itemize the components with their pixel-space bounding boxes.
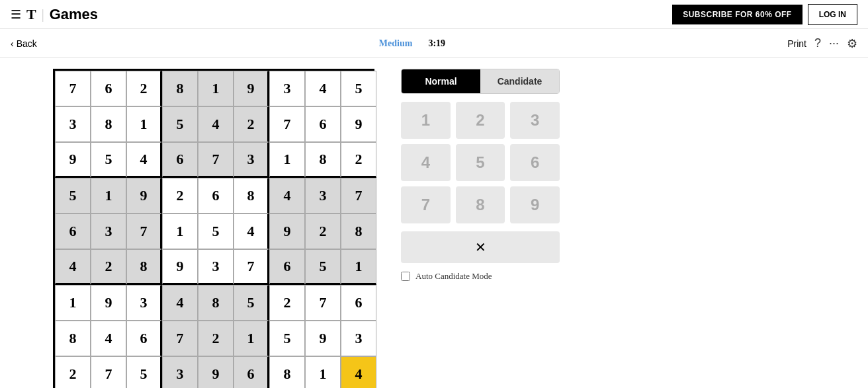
table-row[interactable]: 2 <box>55 356 91 388</box>
table-row[interactable]: 9 <box>305 321 341 356</box>
num-button-4[interactable]: 4 <box>401 144 451 181</box>
num-button-2[interactable]: 2 <box>456 102 505 139</box>
table-row[interactable]: 6 <box>126 321 162 356</box>
table-row[interactable]: 3 <box>234 142 269 178</box>
table-row[interactable]: 4 <box>198 106 234 142</box>
table-row[interactable]: 5 <box>162 106 198 142</box>
table-row[interactable]: 9 <box>198 356 234 388</box>
table-row[interactable]: 3 <box>269 71 305 106</box>
auto-candidate-label[interactable]: Auto Candidate Mode <box>401 271 560 282</box>
hamburger-icon[interactable]: ☰ <box>11 7 21 22</box>
normal-mode-button[interactable]: Normal <box>402 69 480 93</box>
erase-button[interactable]: ✕ <box>401 231 560 263</box>
table-row[interactable]: 5 <box>234 285 269 321</box>
table-row[interactable]: 1 <box>126 106 162 142</box>
table-row[interactable]: 4 <box>162 285 198 321</box>
table-row[interactable]: 1 <box>234 321 269 356</box>
table-row[interactable]: 2 <box>234 106 269 142</box>
print-button[interactable]: Print <box>787 38 806 49</box>
table-row[interactable]: 6 <box>162 142 198 178</box>
login-button[interactable]: LOG IN <box>808 4 857 25</box>
table-row[interactable]: 2 <box>126 71 162 106</box>
table-row[interactable]: 6 <box>341 285 376 321</box>
auto-candidate-checkbox[interactable] <box>401 272 410 281</box>
table-row[interactable]: 2 <box>341 142 376 178</box>
table-row[interactable]: 7 <box>305 285 341 321</box>
candidate-mode-button[interactable]: Candidate <box>480 69 559 93</box>
table-row[interactable]: 8 <box>269 356 305 388</box>
num-button-9[interactable]: 9 <box>510 186 560 223</box>
num-button-7[interactable]: 7 <box>401 186 451 223</box>
table-row[interactable]: 3 <box>162 356 198 388</box>
table-row[interactable]: 7 <box>234 249 269 285</box>
table-row[interactable]: 6 <box>269 249 305 285</box>
table-row[interactable]: 3 <box>55 106 91 142</box>
table-row[interactable]: 1 <box>305 356 341 388</box>
table-row[interactable]: 1 <box>269 142 305 178</box>
table-row[interactable]: 2 <box>269 285 305 321</box>
table-row[interactable]: 3 <box>198 249 234 285</box>
back-button[interactable]: ‹ Back <box>11 38 37 49</box>
table-row[interactable]: 7 <box>269 106 305 142</box>
table-row[interactable]: 1 <box>162 213 198 249</box>
table-row[interactable]: 3 <box>341 321 376 356</box>
table-row[interactable]: 6 <box>91 71 126 106</box>
table-row[interactable]: 6 <box>305 106 341 142</box>
table-row[interactable]: 3 <box>305 178 341 213</box>
table-row[interactable]: 4 <box>91 321 126 356</box>
table-row[interactable]: 4 <box>269 178 305 213</box>
table-row[interactable]: 9 <box>341 106 376 142</box>
table-row[interactable]: 8 <box>198 285 234 321</box>
table-row[interactable]: 8 <box>341 213 376 249</box>
table-row[interactable]: 2 <box>91 249 126 285</box>
table-row[interactable]: 4 <box>126 142 162 178</box>
num-button-1[interactable]: 1 <box>401 102 451 139</box>
subscribe-button[interactable]: SUBSCRIBE FOR 60% OFF <box>672 5 803 24</box>
table-row[interactable]: 9 <box>55 142 91 178</box>
table-row[interactable]: 7 <box>198 142 234 178</box>
table-row[interactable]: 9 <box>269 213 305 249</box>
table-row[interactable]: 8 <box>55 321 91 356</box>
table-row[interactable]: 8 <box>91 106 126 142</box>
table-row[interactable]: 5 <box>55 178 91 213</box>
table-row[interactable]: 1 <box>341 249 376 285</box>
settings-icon[interactable]: ⚙ <box>847 36 857 51</box>
table-row[interactable]: 3 <box>126 285 162 321</box>
table-row[interactable]: 4 <box>234 213 269 249</box>
help-icon[interactable]: ? <box>814 36 821 50</box>
table-row[interactable]: 7 <box>91 356 126 388</box>
table-row[interactable]: 7 <box>55 71 91 106</box>
table-row[interactable]: 6 <box>234 356 269 388</box>
table-row[interactable]: 8 <box>305 142 341 178</box>
table-row[interactable]: 7 <box>341 178 376 213</box>
table-row[interactable]: 3 <box>91 213 126 249</box>
table-row[interactable]: 5 <box>269 321 305 356</box>
table-row[interactable]: 2 <box>305 213 341 249</box>
table-row[interactable]: 5 <box>126 356 162 388</box>
more-options-icon[interactable]: ··· <box>829 36 839 50</box>
table-row[interactable]: 2 <box>162 178 198 213</box>
table-row[interactable]: 9 <box>234 71 269 106</box>
table-row[interactable]: 8 <box>162 71 198 106</box>
table-row[interactable]: 1 <box>91 178 126 213</box>
table-row[interactable]: 4 <box>55 249 91 285</box>
table-row[interactable]: 4 <box>341 356 376 388</box>
table-row[interactable]: 5 <box>305 249 341 285</box>
num-button-5[interactable]: 5 <box>456 144 505 181</box>
table-row[interactable]: 8 <box>234 178 269 213</box>
table-row[interactable]: 7 <box>162 321 198 356</box>
table-row[interactable]: 5 <box>341 71 376 106</box>
table-row[interactable]: 9 <box>162 249 198 285</box>
table-row[interactable]: 1 <box>55 285 91 321</box>
table-row[interactable]: 9 <box>91 285 126 321</box>
table-row[interactable]: 6 <box>55 213 91 249</box>
table-row[interactable]: 9 <box>126 178 162 213</box>
table-row[interactable]: 4 <box>305 71 341 106</box>
table-row[interactable]: 5 <box>198 213 234 249</box>
table-row[interactable]: 7 <box>126 213 162 249</box>
num-button-8[interactable]: 8 <box>456 186 505 223</box>
num-button-6[interactable]: 6 <box>510 144 560 181</box>
table-row[interactable]: 8 <box>126 249 162 285</box>
num-button-3[interactable]: 3 <box>510 102 560 139</box>
table-row[interactable]: 1 <box>198 71 234 106</box>
